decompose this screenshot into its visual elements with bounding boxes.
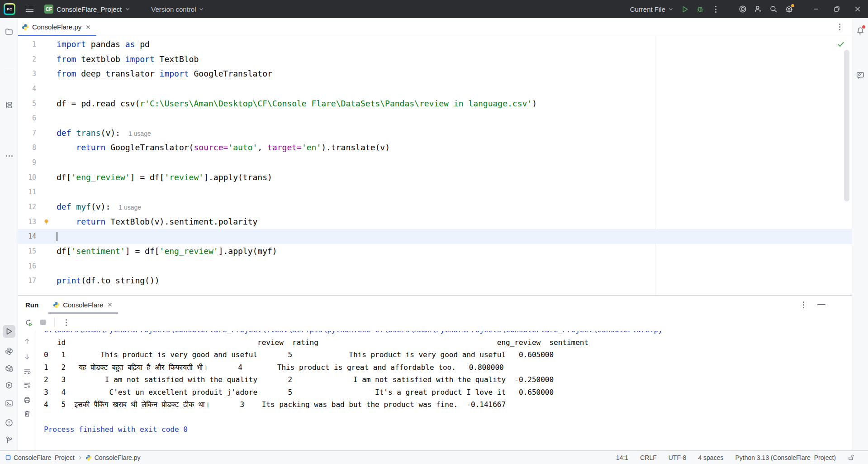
printer-icon (24, 397, 31, 404)
tab-options-button[interactable] (834, 21, 845, 33)
line-number: 9 (18, 155, 36, 170)
run-panel-options-button[interactable] (797, 299, 809, 311)
project-square-icon (5, 455, 11, 460)
line-separator[interactable]: CRLF (640, 454, 657, 461)
code-line[interactable]: 4 (18, 81, 852, 96)
file-encoding[interactable]: UTF-8 (669, 454, 687, 461)
search-icon (769, 5, 778, 13)
run-tab-consoleflare[interactable]: ConsoleFlare (48, 296, 118, 314)
pycharm-logo-text: PC (5, 5, 14, 14)
python-console-button[interactable] (3, 345, 15, 358)
run-tool-window-button[interactable] (3, 325, 15, 338)
console-line: Process finished with exit code 0 (44, 423, 852, 436)
tab-close-button[interactable] (85, 24, 92, 31)
code-text: df['sentiment'] = df['eng_review'].apply… (57, 244, 277, 259)
window-minimize-button[interactable] (806, 0, 826, 18)
ai-assistant-button[interactable] (735, 3, 750, 15)
usage-inlay-hint[interactable]: 1 usage (128, 130, 151, 137)
soft-wrap-button[interactable] (21, 366, 33, 378)
scroll-to-end-button[interactable] (21, 379, 33, 391)
project-widget[interactable]: CF ConsoleFlare_Project (41, 3, 134, 15)
notifications-button[interactable] (854, 24, 867, 37)
window-restore-button[interactable] (826, 0, 847, 18)
chevron-down-icon (125, 6, 130, 12)
breadcrumb-file-label: ConsoleFlare.py (95, 454, 141, 461)
up-stack-trace-button[interactable] (21, 335, 33, 347)
left-tool-stripe (0, 18, 18, 450)
code-line[interactable]: 1import pandas as pd (18, 37, 852, 52)
structure-tool-button[interactable] (3, 99, 15, 111)
code-line[interactable]: 8 return GoogleTranslator(source='auto',… (18, 140, 852, 155)
code-line[interactable]: 11 (18, 185, 852, 200)
code-line[interactable]: 16 (18, 259, 852, 274)
code-line[interactable]: 2from textblob import TextBlob (18, 52, 852, 67)
code-with-me-button[interactable] (750, 3, 766, 15)
stop-button[interactable] (37, 316, 49, 328)
rerun-button[interactable] (23, 316, 34, 328)
unlocked-icon[interactable] (848, 454, 854, 461)
indent-style[interactable]: 4 spaces (698, 454, 723, 461)
run-panel-hide-button[interactable] (816, 299, 827, 311)
problems-button[interactable] (3, 416, 15, 429)
code-editor[interactable]: 1import pandas as pd2from textblob impor… (18, 36, 852, 295)
code-lines: 1import pandas as pd2from textblob impor… (18, 36, 852, 288)
vcs-label: Version control (151, 5, 196, 13)
editor-tab-consoleflare[interactable]: ConsoleFlare.py (18, 18, 96, 36)
code-line[interactable]: 5df = pd.read_csv(r'C:\Users\Aman\Deskto… (18, 96, 852, 111)
project-tool-button[interactable] (3, 25, 15, 38)
run-button[interactable] (677, 3, 693, 15)
code-line[interactable]: 9 (18, 155, 852, 170)
code-text: def trans(v):1 usage (57, 126, 151, 141)
intention-bulb-icon[interactable] (43, 219, 50, 225)
console-line: 3 4 C'est un excellent produit j'adore 5… (44, 386, 852, 399)
chevron-right-icon (78, 455, 82, 460)
breadcrumb-file[interactable]: ConsoleFlare.py (85, 454, 141, 461)
line-number: 14 (18, 229, 36, 244)
window-close-button[interactable] (847, 0, 868, 18)
code-line[interactable]: 13 return TextBlob(v).sentiment.polarity (18, 215, 852, 230)
code-text: from deep_translator import GoogleTransl… (57, 67, 272, 81)
version-control-widget[interactable]: Version control (147, 4, 208, 15)
code-text: print(df.to_string()) (57, 273, 160, 288)
search-everywhere-button[interactable] (766, 3, 781, 15)
down-stack-trace-button[interactable] (21, 351, 33, 363)
gutter-icon-area (36, 67, 57, 81)
breadcrumb-project[interactable]: ConsoleFlare_Project (5, 454, 75, 461)
terminal-button[interactable] (3, 397, 15, 410)
close-icon (854, 6, 861, 12)
code-line[interactable]: 6 (18, 111, 852, 126)
main-menu-button[interactable] (22, 3, 37, 15)
inspections-ok-icon[interactable] (837, 41, 844, 48)
debug-button[interactable] (693, 3, 708, 15)
code-line[interactable]: 17print(df.to_string()) (18, 273, 852, 288)
more-actions-button[interactable] (708, 3, 723, 15)
more-tool-windows-button[interactable] (3, 149, 15, 162)
code-line[interactable]: 15df['sentiment'] = df['eng_review'].app… (18, 244, 852, 259)
code-text: import pandas as pd (57, 37, 150, 52)
code-line[interactable]: 14 (18, 229, 852, 244)
run-tab-close-button[interactable] (106, 301, 114, 308)
code-line[interactable]: 10df['eng_review'] = df['review'].apply(… (18, 170, 852, 185)
clear-console-button[interactable] (21, 408, 33, 420)
tab-label: ConsoleFlare.py (32, 23, 81, 31)
code-line[interactable]: 3from deep_translator import GoogleTrans… (18, 67, 852, 81)
code-line[interactable]: 12def myf(v):1 usage (18, 200, 852, 215)
usage-inlay-hint[interactable]: 1 usage (119, 204, 141, 211)
gutter-icon-area (36, 259, 57, 274)
git-button[interactable] (3, 434, 15, 446)
settings-button[interactable] (781, 3, 797, 15)
caret-position[interactable]: 14:1 (616, 454, 628, 461)
console-area[interactable]: C:\Users\Aman\PycharmProjects\ConsoleFla… (18, 331, 852, 450)
ai-chat-button[interactable] (854, 69, 867, 81)
python-icon (5, 347, 13, 355)
run-configuration-selector[interactable]: Current File (626, 4, 677, 15)
python-interpreter[interactable]: Python 3.13 (ConsoleFlare_Project) (735, 454, 836, 461)
services-button[interactable] (3, 379, 15, 392)
console-more-button[interactable] (60, 316, 72, 328)
code-line[interactable]: 7def trans(v):1 usage (18, 126, 852, 141)
editor-scrollbar[interactable] (844, 50, 849, 201)
line-number: 5 (18, 96, 36, 111)
run-tab-underline (48, 312, 118, 314)
python-packages-button[interactable] (3, 362, 15, 375)
print-button[interactable] (21, 394, 33, 406)
